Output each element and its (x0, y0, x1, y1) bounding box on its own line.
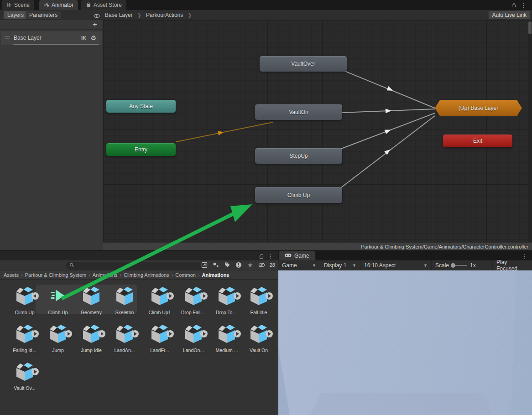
visibility-eye-icon[interactable] (94, 12, 100, 20)
layer-weight-slider[interactable] (13, 44, 99, 45)
parameters-toggle[interactable]: Parameters (26, 11, 61, 19)
model-cube-icon[interactable] (216, 324, 237, 345)
asset-item[interactable]: Skeleton (108, 286, 141, 315)
model-cube-icon[interactable] (149, 324, 170, 345)
expand-subassets-icon[interactable] (31, 330, 39, 337)
asset-item[interactable]: Geometry (75, 286, 108, 315)
layer-settings-gear-icon[interactable]: ⚙ (90, 34, 96, 42)
model-cube-icon[interactable] (216, 286, 237, 307)
scale-slider[interactable]: Scale 1x (432, 260, 493, 270)
graph-vertical-scrollbar[interactable] (528, 20, 532, 242)
expand-subassets-icon[interactable] (65, 330, 72, 337)
asset-item[interactable]: LandOn... (177, 324, 210, 353)
tab-animator[interactable]: Animator (39, 0, 78, 10)
model-cube-icon[interactable] (248, 286, 269, 307)
open-search-window-icon[interactable] (201, 261, 208, 268)
crumb-assets[interactable]: Assets (4, 272, 19, 278)
alert-filter-icon[interactable] (235, 261, 242, 268)
floor-shading (306, 393, 497, 415)
animator-menu-icon[interactable]: ⋮ (521, 1, 527, 9)
play-focused-label: Play Focused (496, 259, 528, 272)
crumb-animations[interactable]: Animations (93, 272, 117, 278)
tab-scene[interactable]: Scene (2, 0, 34, 10)
expand-subassets-icon[interactable] (200, 292, 208, 300)
expand-subassets-icon[interactable] (98, 330, 105, 337)
filter-by-type-icon[interactable] (213, 261, 219, 268)
expand-subassets-icon[interactable] (234, 292, 241, 300)
asset-item[interactable]: Fall Idle (242, 286, 275, 315)
crumb-climbing-animations[interactable]: Climbing Animations (124, 272, 169, 278)
model-cube-icon[interactable] (183, 324, 204, 345)
game-view-dropdown[interactable]: Game▼ (278, 260, 320, 270)
project-lock-icon[interactable] (259, 253, 264, 260)
layer-grip-icon[interactable] (5, 36, 10, 41)
asset-item[interactable]: Vault Ov... (8, 362, 41, 391)
play-focused-dropdown[interactable]: Play Focused (493, 260, 532, 270)
auto-live-link-button[interactable]: Auto Live Link (489, 11, 530, 19)
layer-row-base-layer[interactable]: Base Layer IK ⚙ (1, 31, 102, 45)
scale-slider-knob[interactable] (451, 263, 455, 268)
expand-subassets-icon[interactable] (131, 330, 139, 337)
expand-subassets-icon[interactable] (200, 330, 208, 337)
expand-subassets-icon[interactable] (31, 368, 39, 375)
animator-graph-canvas[interactable] (103, 20, 532, 242)
model-cube-icon[interactable] (248, 324, 269, 345)
state-node-climb-up[interactable]: Climb Up (255, 187, 342, 203)
asset-item[interactable]: LandAn... (108, 324, 141, 353)
asset-item[interactable]: Jump Idle (75, 324, 108, 353)
model-cube-icon[interactable] (81, 324, 102, 345)
model-cube-icon[interactable] (14, 324, 35, 345)
animator-lock-icon[interactable] (511, 1, 516, 9)
asset-item[interactable]: Jump (42, 324, 74, 353)
crumb-common[interactable]: Common (175, 272, 196, 278)
graph-scrollbar-thumb[interactable] (528, 21, 532, 34)
crumb-parkour-system[interactable]: Parkour & Climbing System (25, 272, 87, 278)
asset-item[interactable]: Medium ... (210, 324, 243, 353)
asset-item[interactable]: Drop Fall ... (177, 286, 210, 315)
model-cube-icon[interactable] (149, 286, 170, 307)
asset-item[interactable]: Vault On (242, 324, 275, 353)
asset-label: Climb Up (8, 310, 41, 315)
entry-node[interactable]: Entry (106, 143, 176, 156)
model-cube-icon[interactable] (14, 362, 35, 383)
tab-game[interactable]: Game (279, 251, 315, 260)
any-state-node[interactable]: Any State (106, 100, 176, 113)
model-cube-icon[interactable] (81, 286, 102, 307)
expand-subassets-icon[interactable] (234, 330, 241, 337)
aspect-dropdown[interactable]: 16:10 Aspect▼ (360, 260, 432, 270)
state-node-vaulton[interactable]: VaultOn (255, 104, 342, 120)
state-node-stepup[interactable]: StepUp (255, 148, 342, 164)
state-node-vaultover[interactable]: VaultOver (260, 56, 347, 72)
asset-item[interactable]: LandFr... (143, 324, 176, 353)
add-layer-button[interactable]: + (93, 20, 97, 29)
asset-item[interactable]: Climb Up (42, 286, 74, 315)
collapse-subassets-icon[interactable] (31, 292, 39, 300)
asset-item[interactable]: Drop To ... (210, 286, 243, 315)
model-cube-icon[interactable] (114, 324, 135, 345)
model-cube-icon[interactable] (47, 324, 68, 345)
project-search-input[interactable] (66, 262, 204, 270)
project-menu-icon[interactable]: ⋮ (267, 253, 273, 260)
asset-item[interactable]: Climb Up1 (143, 286, 176, 315)
tab-asset-store[interactable]: Asset Store (81, 0, 126, 10)
asset-item[interactable]: Falling Id... (8, 324, 41, 353)
model-cube-icon[interactable] (114, 286, 135, 307)
up-base-layer-node[interactable]: (Up) Base Layer (435, 100, 522, 116)
layers-toggle[interactable]: Layers (4, 11, 27, 19)
expand-subassets-icon[interactable] (167, 292, 174, 300)
model-cube-icon[interactable] (14, 286, 35, 307)
asset-item[interactable]: Climb Up (8, 286, 41, 315)
expand-subassets-icon[interactable] (266, 292, 273, 300)
exit-node[interactable]: Exit (443, 135, 512, 147)
display-dropdown[interactable]: Display 1▼ (320, 260, 360, 270)
favorites-star-icon[interactable]: ★ (247, 261, 254, 268)
animation-clip-icon[interactable] (47, 286, 68, 307)
expand-subassets-icon[interactable] (266, 330, 273, 337)
hidden-eye-icon[interactable] (258, 261, 265, 268)
breadcrumb-parkour-actions[interactable]: ParkourActions (143, 12, 186, 18)
scale-slider-track[interactable] (452, 265, 467, 266)
expand-subassets-icon[interactable] (167, 330, 174, 337)
filter-by-label-icon[interactable] (224, 261, 231, 268)
breadcrumb-base-layer[interactable]: Base Layer (102, 12, 136, 18)
model-cube-icon[interactable] (183, 286, 204, 307)
